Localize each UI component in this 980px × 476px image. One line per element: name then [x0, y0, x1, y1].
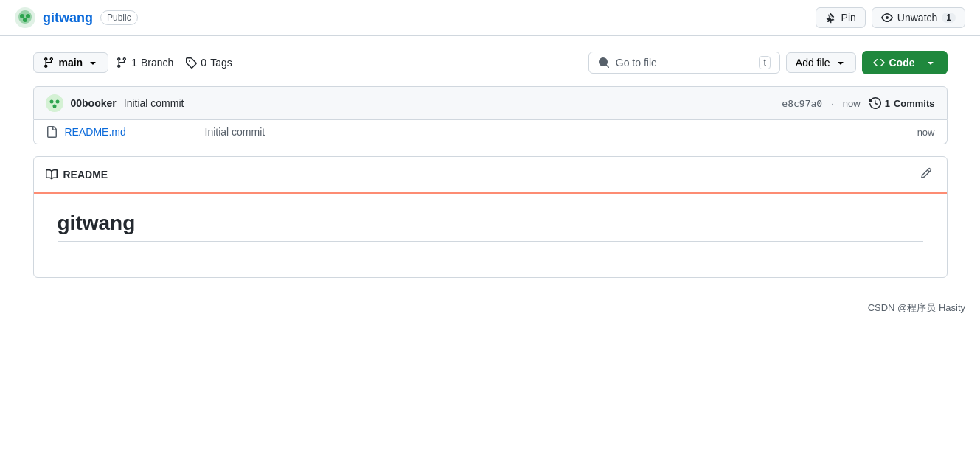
table-row: README.md Initial commit now [34, 120, 947, 144]
tag-count: 0 [201, 57, 206, 69]
file-commit-msg: Initial commit [205, 126, 910, 138]
top-bar: gitwang Public Pin Unwatch 1 [0, 0, 980, 36]
file-name[interactable]: README.md [65, 126, 198, 138]
top-bar-right: Pin Unwatch 1 [816, 7, 965, 28]
footer-text: CSDN @程序员 Hasity [868, 302, 965, 313]
svg-point-3 [23, 18, 27, 22]
svg-point-7 [52, 105, 56, 108]
search-icon [598, 57, 610, 69]
branch-icon [43, 57, 55, 69]
file-time: now [917, 127, 935, 138]
readme-header-left: README [46, 169, 108, 181]
branch-label: Branch [141, 57, 173, 69]
repo-name[interactable]: gitwang [43, 10, 93, 26]
commits-label: Commits [894, 98, 935, 109]
branches-link[interactable]: 1 Branch [116, 57, 173, 69]
commit-time: now [843, 98, 861, 109]
branch-selector[interactable]: main [33, 52, 109, 73]
top-bar-left: gitwang Public [15, 7, 138, 28]
pin-label: Pin [841, 12, 856, 24]
add-file-label: Add file [796, 57, 830, 69]
unwatch-count: 1 [942, 13, 956, 23]
commits-count: 1 [885, 98, 890, 109]
goto-file-placeholder: Go to file [616, 57, 657, 69]
add-file-button[interactable]: Add file [786, 52, 856, 73]
toolbar-right: Go to file t Add file Code [588, 51, 948, 74]
branch-meta: 1 Branch 0 Tags [116, 57, 581, 69]
code-icon [873, 57, 885, 69]
book-icon [46, 169, 58, 181]
commit-header-right: e8c97a0 · now 1 Commits [782, 97, 934, 109]
pin-icon [825, 12, 837, 24]
readme-title: gitwang [58, 211, 923, 242]
footer: CSDN @程序员 Hasity [0, 293, 980, 323]
avatar [46, 94, 63, 112]
pencil-icon [920, 167, 932, 179]
file-icon [46, 126, 58, 138]
file-list: README.md Initial commit now [33, 120, 948, 144]
unwatch-button[interactable]: Unwatch 1 [872, 7, 965, 28]
branch-name: main [59, 57, 83, 69]
commit-dot: · [831, 98, 834, 109]
eye-icon [881, 12, 893, 24]
readme-body: gitwang [34, 194, 947, 277]
chevron-down-icon [87, 57, 99, 69]
chevron-down-code-icon [925, 57, 936, 69]
commit-sha[interactable]: e8c97a0 [782, 98, 822, 109]
visibility-badge: Public [100, 10, 138, 25]
svg-point-2 [26, 14, 30, 18]
commits-link[interactable]: 1 Commits [869, 97, 935, 109]
pin-button[interactable]: Pin [816, 7, 866, 28]
code-btn-divider [920, 55, 920, 70]
readme-header-label: README [63, 169, 108, 181]
readme-edit-button[interactable] [917, 164, 935, 184]
site-logo [15, 7, 35, 28]
branch-count-icon [116, 57, 128, 69]
toolbar-row: main 1 Branch 0 Tags [33, 51, 948, 74]
main-content: main 1 Branch 0 Tags [18, 36, 962, 293]
goto-shortcut: t [759, 56, 770, 69]
readme-header: README [34, 157, 947, 194]
svg-point-5 [49, 100, 53, 104]
tags-link[interactable]: 0 Tags [185, 57, 232, 69]
goto-file-input[interactable]: Go to file t [588, 52, 780, 74]
svg-point-1 [20, 14, 24, 18]
branch-count: 1 [131, 57, 137, 69]
tag-icon [185, 57, 197, 69]
svg-point-6 [55, 100, 59, 104]
commit-header-left: 00booker Initial commit [46, 94, 184, 112]
readme-section: README gitwang [33, 156, 948, 278]
unwatch-label: Unwatch [897, 12, 937, 24]
history-icon [869, 97, 881, 109]
commit-message: Initial commit [124, 97, 184, 109]
tag-label: Tags [210, 57, 232, 69]
svg-point-4 [46, 94, 63, 112]
chevron-down-add-icon [835, 57, 847, 69]
commit-author[interactable]: 00booker [71, 97, 117, 109]
commit-header: 00booker Initial commit e8c97a0 · now 1 … [33, 86, 948, 120]
code-label: Code [889, 57, 915, 69]
code-button[interactable]: Code [862, 51, 948, 74]
